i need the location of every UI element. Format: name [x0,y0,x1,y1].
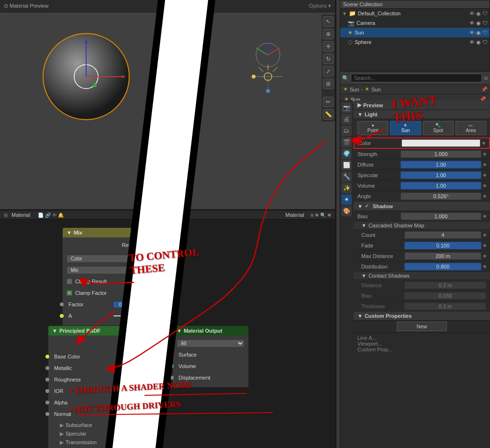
light-type-point[interactable]: ● Point [357,121,388,135]
annotate-tool[interactable]: ✏ [323,97,334,107]
bsdf-roughness-socket[interactable] [45,378,49,381]
material-output-all-select[interactable]: All [177,339,245,347]
material-output-displacement-socket[interactable] [170,376,174,380]
bsdf-roughness-value[interactable]: 0.500 [115,376,139,383]
measure-tool[interactable]: 📏 [323,109,334,120]
mix-color-select[interactable]: Color [67,255,137,263]
bsdf-ior-socket[interactable] [45,389,49,393]
distribution-value[interactable]: 0.800 [404,263,481,270]
outliner-row-sphere[interactable]: ⬡ Sphere 👁◉🛡 [340,37,490,47]
light-type-bar[interactable]: ● Point ☀ Sun 🔦 Spot ▭ Area [354,119,490,137]
light-type-area[interactable]: ▭ Area [456,121,486,135]
specular-dot[interactable] [483,174,486,177]
max-distance-dot[interactable] [483,255,486,258]
custom-properties-section[interactable]: ▼ Custom Properties [354,312,490,321]
cascaded-shadow-map-section[interactable]: ▼ Cascaded Shadow Map [354,222,490,230]
tab-output[interactable]: 🖨 [341,114,352,124]
tab-data[interactable]: ☀ [341,194,352,205]
new-property-button[interactable]: New [397,322,446,331]
custom-properties-new-row[interactable]: New [354,321,490,333]
tab-view-layer[interactable]: 🗂 [341,125,352,136]
tab-modifier[interactable]: 🔧 [341,171,352,182]
mix-node[interactable]: ▼ Mix Result Color Mix [62,227,141,337]
mix-factor-input-socket[interactable] [60,302,64,306]
mix-factor-value[interactable]: 0.500 [113,301,137,308]
mix-a-socket[interactable] [60,314,64,318]
contact-bias-value[interactable]: 0.030 [404,292,486,300]
count-dot[interactable] [483,234,486,236]
scale-tool[interactable]: ⤢ [323,66,334,77]
outliner-row-collection[interactable]: ▼ 📁 Default_Collection 👁◉🛡 [340,9,490,18]
mix-clamp-factor-checkbox[interactable]: ✓ [67,290,72,296]
distribution-dot[interactable] [483,265,486,268]
material-output-node[interactable]: ▼ Material Output All Surface Volume [172,325,249,388]
diffuse-dot[interactable] [483,163,486,166]
angle-dot[interactable] [483,195,486,198]
material-output-surface-row: Surface [177,350,245,359]
mix-result-socket[interactable] [140,243,144,247]
pin-icon[interactable]: 📌 [481,87,487,92]
tab-particles[interactable]: ✨ [341,183,352,193]
preview-section[interactable]: ▶ Preview [354,101,490,110]
angle-value[interactable]: 0.526° [401,192,481,200]
contact-distance-value[interactable]: 0.2 m [404,281,486,289]
viewport[interactable]: ⊙ Material Preview Options ▾ [0,0,335,211]
viewport-options[interactable]: Options ▾ [309,3,331,9]
cursor-tool[interactable]: ⊕ [323,29,334,39]
color-dot[interactable] [482,142,485,145]
fade-value[interactable]: 0.100 [404,242,481,249]
tab-scene[interactable]: 🎬 [341,137,352,147]
select-tool[interactable]: ↖ [323,16,334,27]
specular-value[interactable]: 1.00 [401,171,481,179]
tab-world[interactable]: 🌍 [341,148,352,159]
mix-clamp-result-checkbox[interactable] [67,279,72,284]
properties-options-btn[interactable]: ⚙ [484,76,488,81]
strength-value[interactable]: 1.000 [401,150,481,158]
contact-shadows-section[interactable]: ▼ Contact Shadows [354,272,490,280]
mix-type-select[interactable]: Mix [67,266,137,274]
volume-dot[interactable] [483,184,486,187]
node-editor[interactable]: ⊞ Material 📄 🔗 👁 🔔 Material ⊕ ✖ 🔍 ✱ ▼ Mi… [0,211,335,448]
transform-tool[interactable]: ⊞ [323,78,334,89]
property-tabs[interactable]: 📷 🖨 🗂 🎬 🌍 ⬜ 🔧 ✨ ☀ 🎨 [340,101,353,218]
light-type-spot[interactable]: 🔦 Spot [423,121,454,135]
tab-object[interactable]: ⬜ [341,160,352,170]
properties-search[interactable]: 🔍 ⚙ [340,72,490,85]
bsdf-metallic-value[interactable]: 0.000 [115,365,139,372]
material-output-volume-socket[interactable] [170,364,174,368]
volume-value[interactable]: 1.00 [401,182,481,190]
mix-factor-row: Factor 0.500 [67,300,137,309]
max-distance-value[interactable]: 200 m [404,252,481,260]
move-tool[interactable]: ✛ [323,41,334,52]
thickness-value[interactable]: 0.2 m [404,302,486,310]
bsdf-alpha-value[interactable]: 1.000 [115,399,139,406]
bsdf-base-color-socket[interactable] [45,355,49,358]
count-value[interactable]: 4 [404,231,481,239]
diffuse-value[interactable]: 1.00 [401,161,481,168]
strength-dot[interactable] [483,153,486,156]
bsdf-metallic-socket[interactable] [45,366,49,370]
material-output-surface-socket[interactable] [170,353,174,357]
bsdf-output-socket[interactable] [142,341,146,345]
bsdf-base-color-value[interactable] [115,356,139,358]
shadow-section[interactable]: ▼ ✓ Shadow [354,202,490,211]
rotate-tool[interactable]: ↻ [323,54,334,64]
outliner-row-camera[interactable]: 📷 Camera 👁◉🛡 [340,18,490,28]
bsdf-normal-socket[interactable] [45,412,49,416]
outliner-row-sun[interactable]: ☀ Sun 👁◉🛡 [340,28,490,37]
light-section[interactable]: ▼ Light [354,110,490,119]
mix-a-value[interactable] [113,315,137,317]
bias-dot[interactable] [483,215,486,218]
toolbar-right[interactable]: ↖ ⊕ ✛ ↻ ⤢ ⊞ ✏ 📏 [322,14,335,122]
bsdf-alpha-socket[interactable] [45,401,49,404]
bias-value[interactable]: 1.000 [401,213,481,220]
properties-search-input[interactable] [351,74,482,82]
color-row[interactable]: Color [354,137,490,149]
color-swatch[interactable] [401,139,480,147]
tab-render[interactable]: 📷 [341,102,352,113]
bsdf-ior-value[interactable]: 1.450 [115,388,139,395]
principled-bsdf-node[interactable]: ▼ Principled BSDF BSDF Base Color Metall… [48,325,144,448]
fade-dot[interactable] [483,244,486,247]
tab-material[interactable]: 🎨 [341,206,352,216]
light-type-sun[interactable]: ☀ Sun [390,121,421,135]
